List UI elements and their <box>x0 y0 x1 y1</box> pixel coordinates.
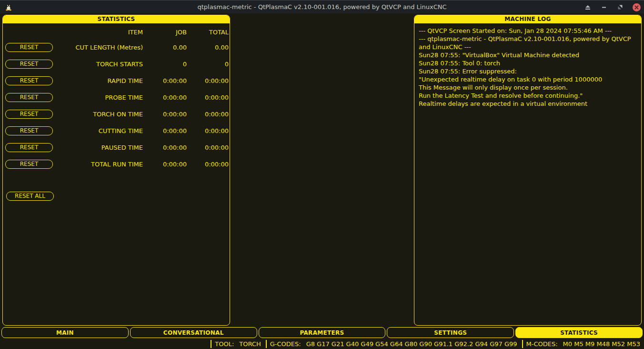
tab-conversational[interactable]: CONVERSATIONAL <box>130 327 257 338</box>
stat-job-value: 0.00 <box>143 44 187 51</box>
stat-total-value: 0:00:00 <box>187 144 229 151</box>
statistics-table: ITEM JOB TOTAL RESET CUT LENGTH (Metres)… <box>3 23 230 201</box>
stat-job-value: 0:00:00 <box>143 77 187 84</box>
close-button[interactable] <box>632 2 641 12</box>
machine-log-panel: MACHINE LOG --- QtVCP Screen Started on:… <box>414 15 642 326</box>
stat-total-value: 0:00:00 <box>187 127 229 134</box>
stat-job-value: 0:00:00 <box>143 94 187 101</box>
gcodes-label: G-CODES: <box>270 340 301 348</box>
stat-item-label: TORCH STARTS <box>55 61 143 68</box>
stat-item-label: TOTAL RUN TIME <box>55 161 143 168</box>
log-line: --- qtplasmac-metric - QtPlasmaC v2.10-0… <box>419 35 637 43</box>
stat-item-label: PROBE TIME <box>55 94 143 101</box>
stat-job-value: 0 <box>143 61 187 68</box>
maximize-button[interactable] <box>615 2 625 12</box>
status-separator <box>522 340 523 348</box>
tool-value: TORCH <box>239 340 261 348</box>
reset-paused-time-button[interactable]: RESET <box>5 143 53 152</box>
table-row: RESET TORCH STARTS 0 0 <box>3 56 230 72</box>
stat-item-label: TORCH ON TIME <box>55 111 143 118</box>
reset-rapid-time-button[interactable]: RESET <box>5 76 53 85</box>
reset-cut-length-button[interactable]: RESET <box>5 43 53 52</box>
table-row: RESET PROBE TIME 0:00:00 0:00:00 <box>3 89 230 106</box>
log-line: --- QtVCP Screen Started on: Sun, Jan 28… <box>419 27 637 35</box>
table-row: RESET PAUSED TIME 0:00:00 0:00:00 <box>3 139 230 156</box>
mcodes-label: M-CODES: <box>526 340 558 348</box>
stat-total-value: 0:00:00 <box>187 111 229 118</box>
stat-total-value: 0:00:00 <box>187 77 229 84</box>
log-line: Run the Latency Test and resolve before … <box>419 92 637 100</box>
minimize-icon <box>601 4 607 10</box>
reset-torch-on-time-button[interactable]: RESET <box>5 110 53 119</box>
status-bar: TOOL: TORCH G-CODES: G8 G17 G21 G40 G49 … <box>0 339 644 349</box>
shade-icon <box>585 4 591 10</box>
log-line: Sun28 07:55: Error suppressed: <box>419 67 637 75</box>
stat-total-value: 0.00 <box>187 44 229 51</box>
table-row: RESET RAPID TIME 0:00:00 0:00:00 <box>3 72 230 89</box>
log-line: Realtime delays are expected in a virtua… <box>419 100 637 108</box>
table-row: RESET CUTTING TIME 0:00:00 0:00:00 <box>3 123 230 139</box>
table-row: RESET CUT LENGTH (Metres) 0.00 0.00 <box>3 39 230 56</box>
stat-job-value: 0:00:00 <box>143 161 187 168</box>
gcodes-value: G8 G17 G21 G40 G49 G54 G64 G80 G90 G91.1… <box>306 340 517 348</box>
table-row: RESET TOTAL RUN TIME 0:00:00 0:00:00 <box>3 156 230 173</box>
stat-item-label: PAUSED TIME <box>55 144 143 151</box>
statistics-header-row: ITEM JOB TOTAL <box>3 25 230 39</box>
tab-main[interactable]: MAIN <box>1 327 129 338</box>
stat-item-label: CUTTING TIME <box>55 127 143 134</box>
mcodes-value: M0 M5 M9 M48 M52 M53 <box>563 340 640 348</box>
maximize-icon <box>617 4 623 10</box>
minimize-button[interactable] <box>599 2 609 12</box>
close-icon <box>633 3 641 11</box>
status-separator <box>211 340 211 348</box>
stat-item-label: RAPID TIME <box>55 77 143 84</box>
reset-cutting-time-button[interactable]: RESET <box>5 126 53 135</box>
stat-job-value: 0:00:00 <box>143 127 187 134</box>
window-controls <box>583 0 641 14</box>
log-line: This Message will only display once per … <box>419 83 637 92</box>
statistics-panel-title: STATISTICS <box>3 15 230 23</box>
machine-log-title: MACHINE LOG <box>414 15 641 23</box>
stat-total-value: 0:00:00 <box>187 94 229 101</box>
log-line: Sun28 07:55: "VirtualBox" Virtual Machin… <box>419 51 637 59</box>
stat-job-value: 0:00:00 <box>143 111 187 118</box>
log-line: and LinuxCNC --- <box>419 43 637 51</box>
machine-log-text: --- QtVCP Screen Started on: Sun, Jan 28… <box>414 23 641 111</box>
bottom-tab-bar: MAIN CONVERSATIONAL PARAMETERS SETTINGS … <box>1 327 643 338</box>
stat-item-label: CUT LENGTH (Metres) <box>55 44 143 51</box>
stat-total-value: 0 <box>187 61 229 68</box>
shade-button[interactable] <box>583 2 593 12</box>
stat-job-value: 0:00:00 <box>143 144 187 151</box>
reset-total-run-time-button[interactable]: RESET <box>5 160 53 169</box>
log-line: Sun28 07:55: Tool 0: torch <box>419 59 637 67</box>
tool-label: TOOL: <box>215 340 234 348</box>
reset-probe-time-button[interactable]: RESET <box>5 93 53 102</box>
column-header-item: ITEM <box>55 29 143 36</box>
tab-parameters[interactable]: PARAMETERS <box>259 327 386 338</box>
reset-all-button[interactable]: RESET ALL <box>6 192 54 201</box>
statistics-panel: STATISTICS ITEM JOB TOTAL RESET CUT LENG… <box>2 15 230 326</box>
tab-settings[interactable]: SETTINGS <box>387 327 514 338</box>
status-separator <box>266 340 267 348</box>
column-header-job: JOB <box>143 29 187 36</box>
column-header-total: TOTAL <box>187 29 229 36</box>
title-bar: qtplasmac-metric - QtPlasmaC v2.10-001.0… <box>0 0 644 13</box>
log-line: "Unexpected realtime delay on task 0 wit… <box>419 75 637 83</box>
stat-total-value: 0:00:00 <box>187 161 229 168</box>
table-row: RESET TORCH ON TIME 0:00:00 0:00:00 <box>3 106 230 123</box>
window-title: qtplasmac-metric - QtPlasmaC v2.10-001.0… <box>0 0 644 14</box>
tab-statistics[interactable]: STATISTICS <box>515 327 643 338</box>
reset-torch-starts-button[interactable]: RESET <box>5 60 53 69</box>
